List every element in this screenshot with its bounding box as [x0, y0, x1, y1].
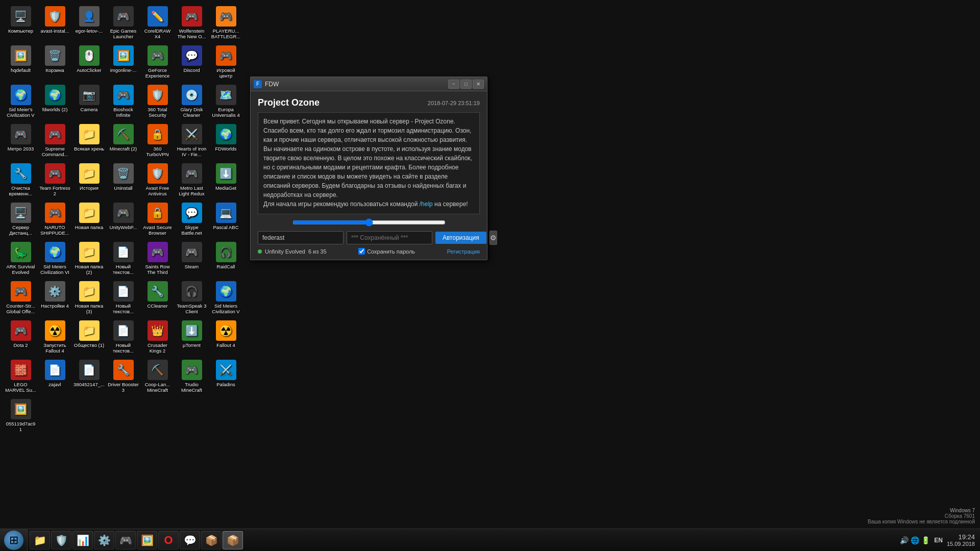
- icon-teamspeak3[interactable]: 🎧 TeamSpeak 3 Client: [175, 279, 208, 317]
- icon-055119[interactable]: 🖼️ 055119d7ac91: [4, 397, 37, 435]
- taskbar-box2[interactable]: 📦: [223, 531, 243, 549]
- taskbar-barchart[interactable]: 📊: [72, 531, 93, 549]
- icon-avastfree[interactable]: 🛡️ Avast Free Antivirus: [141, 161, 174, 199]
- icon-zajavl[interactable]: 📄 zajavl: [38, 358, 71, 396]
- icon-novyy-text[interactable]: 📄 Новый текстов...: [107, 240, 140, 278]
- icon-egor-letov[interactable]: 👤 egor-letov-...: [72, 4, 106, 42]
- fdw-slider[interactable]: [292, 218, 446, 227]
- icon-heartsofironiv[interactable]: ⚔️ Hearts of Iron IV - Fie...: [175, 122, 208, 160]
- icon-metrolast[interactable]: 🎮 Metro Last Light Redux: [175, 161, 208, 199]
- fdw-save-password-checkbox[interactable]: [358, 248, 365, 255]
- icon-fallout4launch[interactable]: ☢️ Запустить Fallout 4: [38, 318, 71, 357]
- icon-utorrent[interactable]: ⬇️ µTorrent: [175, 318, 208, 357]
- taskbar-paint[interactable]: 🖼️: [137, 531, 157, 549]
- icon-avast-install[interactable]: 🛡️ avast-instal...: [38, 4, 71, 42]
- fdw-password-input[interactable]: [347, 231, 432, 244]
- icon-mediaget[interactable]: ⬇️ MediaGet: [209, 161, 242, 199]
- icon-supreme[interactable]: 🎮 Supreme Command...: [38, 122, 71, 160]
- icon-istoriya[interactable]: 📁 История: [72, 161, 106, 199]
- icon-glary[interactable]: 💿 Glary Disk Cleaner: [175, 83, 208, 121]
- fdw-settings-button[interactable]: ⚙: [489, 231, 497, 245]
- icon-ochistka[interactable]: 🔧 Очистка временн...: [4, 161, 37, 199]
- icon-pascalabc[interactable]: 💻 Pascal ABC: [209, 201, 242, 239]
- icon-playerunknown[interactable]: 🎮 PLAYERU... BATTLEGR...: [209, 4, 242, 42]
- fdw-message-area[interactable]: Всем привет. Сегодня мы открываем новый …: [258, 112, 480, 214]
- taskbar-box1[interactable]: 📦: [201, 531, 222, 549]
- icon-360turbovpn[interactable]: 🔒 360 TurboVPN: [141, 122, 174, 160]
- icon-fdworlds[interactable]: 🌍 FDWorlds: [209, 122, 242, 160]
- icon-avastsecure[interactable]: 🔒 Avast Secure Browser: [141, 201, 174, 239]
- icon-europa[interactable]: 🗺️ Europa Universalis 4: [209, 83, 242, 121]
- icon-civ6[interactable]: 🌍 Sid Meiers Civilization VI: [38, 240, 71, 278]
- icon-hqdefault[interactable]: 🖼️ hqdefault: [4, 43, 37, 82]
- icon-wolfenstein[interactable]: 🎮 Wolfenstein The New O...: [175, 4, 208, 42]
- tray-icon-2[interactable]: 🌐: [911, 536, 919, 544]
- icon-igrovoy[interactable]: 🎮 Игровой центр: [209, 43, 242, 82]
- icon-steam[interactable]: 🎮 Steam: [175, 240, 208, 278]
- icon-civ5-2[interactable]: 🌍 Sid Meiers Civilization V: [209, 279, 242, 317]
- icon-novyy-text3[interactable]: 📄 Новый текстов...: [107, 318, 140, 357]
- taskbar-opera[interactable]: O: [158, 531, 179, 549]
- icon-metro2033[interactable]: 🎮 Метро 2033: [4, 122, 37, 160]
- icon-counterstrike[interactable]: 🎮 Counter-Str... Global Offe...: [4, 279, 37, 317]
- close-button[interactable]: ✕: [473, 80, 484, 89]
- minimize-button[interactable]: −: [448, 80, 459, 89]
- icon-server-dist[interactable]: 🖥️ Сервер Дистанц...: [4, 201, 37, 239]
- icon-autoclicker[interactable]: 🖱️ AutoClicker: [72, 43, 106, 82]
- icon-360security[interactable]: 🛡️ 360 Total Security: [141, 83, 174, 121]
- icon-novaya-papka[interactable]: 📁 Новая папка: [72, 201, 106, 239]
- win-activation-notice: Windows 7 Сборка 7601 Ваша копия Windows…: [863, 506, 980, 527]
- icon-skype[interactable]: 💬 Skype Battle.net: [175, 201, 208, 239]
- icon-minecraft2[interactable]: ⛏️ Minecraft (2): [107, 122, 140, 160]
- fdw-register-link[interactable]: Регистрация: [447, 248, 480, 255]
- icon-trudio[interactable]: 🎮 Trudio MineCraft: [175, 358, 208, 396]
- icon-legomarvels[interactable]: 🧱 LEGO MARVEL Su...: [4, 358, 37, 396]
- icon-imgonline[interactable]: 🖼️ imgonline-...: [107, 43, 140, 82]
- icon-naruto[interactable]: 🎮 NARUTO SHIPPUDE...: [38, 201, 71, 239]
- icon-bioshock[interactable]: 🎮 Bioshock Infinite: [107, 83, 140, 121]
- tray-icon-3[interactable]: 🔋: [921, 536, 930, 544]
- icon-ccleaner[interactable]: 🔧 CCleaner: [141, 279, 174, 317]
- icon-camera[interactable]: 📷 Camera: [72, 83, 106, 121]
- icon-paladins[interactable]: ⚔️ Paladins: [209, 358, 242, 396]
- fdw-username-input[interactable]: [258, 231, 344, 244]
- taskbar-explorer[interactable]: 📁: [30, 531, 50, 549]
- icon-saintsrow[interactable]: 🎮 Saints Row The Third: [141, 240, 174, 278]
- icon-380452147[interactable]: 📄 380452147_...: [72, 358, 106, 396]
- clock-area[interactable]: 19:24 15.09.2018: [947, 533, 975, 547]
- taskbar-skype[interactable]: 💬: [180, 531, 200, 549]
- icon-dota2[interactable]: 🎮 Dota 2: [4, 318, 37, 357]
- icon-driverbooster[interactable]: 🔧 Driver Booster 3: [107, 358, 140, 396]
- icon-crusader[interactable]: 👑 Crusader Kings 2: [141, 318, 174, 357]
- icon-fdworlds2[interactable]: 🌍 fdworlds (2): [38, 83, 71, 121]
- icon-novaya-papka2[interactable]: 📁 Новая папка (2): [72, 240, 106, 278]
- icon-ark[interactable]: 🦕 ARK Survival Evolved: [4, 240, 37, 278]
- icon-korzina[interactable]: 🗑️ Корзина: [38, 43, 71, 82]
- icon-unityweb[interactable]: 🎮 UnityWebP...: [107, 201, 140, 239]
- icon-teamfortress2[interactable]: 🎮 Team Fortress 2: [38, 161, 71, 199]
- maximize-button[interactable]: □: [460, 80, 472, 89]
- clock-time: 19:24: [947, 533, 975, 541]
- icon-coop-lan[interactable]: ⛏️ Coop-Lan... MineCraft: [141, 358, 174, 396]
- icon-obshchestvo1[interactable]: 📁 Общество (1): [72, 318, 106, 357]
- taskbar-settings[interactable]: ⚙️: [94, 531, 114, 549]
- icon-nastroyki4[interactable]: ⚙️ Настройки 4: [38, 279, 71, 317]
- icon-geforce[interactable]: 🎮 GeForce Experience: [141, 43, 174, 82]
- icon-discord[interactable]: 💬 Discord: [175, 43, 208, 82]
- start-button[interactable]: ⊞: [0, 529, 28, 552]
- icon-uninstall[interactable]: 🗑️ Uninstall: [107, 161, 140, 199]
- icon-civ5[interactable]: 🌍 Sid Meier's Civilization V: [4, 83, 37, 121]
- icon-epic-games[interactable]: 🎮 Epic Games Launcher: [107, 4, 140, 42]
- taskbar-game[interactable]: 🎮: [115, 531, 136, 549]
- language-indicator[interactable]: EN: [934, 537, 943, 544]
- icon-vsyakren[interactable]: 📁 Всякая хрень: [72, 122, 106, 160]
- icon-novyy-text2[interactable]: 📄 Новый текстов...: [107, 279, 140, 317]
- icon-komputer[interactable]: 🖥️ Компьютер: [4, 4, 37, 42]
- tray-icon-1[interactable]: 🔊: [900, 536, 909, 544]
- icon-novaya-papka3[interactable]: 📁 Новая папка (3): [72, 279, 106, 317]
- icon-coreldraw[interactable]: ✏️ CorelDRAW X4: [141, 4, 174, 42]
- fdw-auth-button[interactable]: Авторизация: [435, 232, 486, 244]
- icon-fallout4[interactable]: ☢️ Fallout 4: [209, 318, 242, 357]
- taskbar-antivirus[interactable]: 🛡️: [51, 531, 71, 549]
- icon-raidcall[interactable]: 🎧 RaidCall: [209, 240, 242, 278]
